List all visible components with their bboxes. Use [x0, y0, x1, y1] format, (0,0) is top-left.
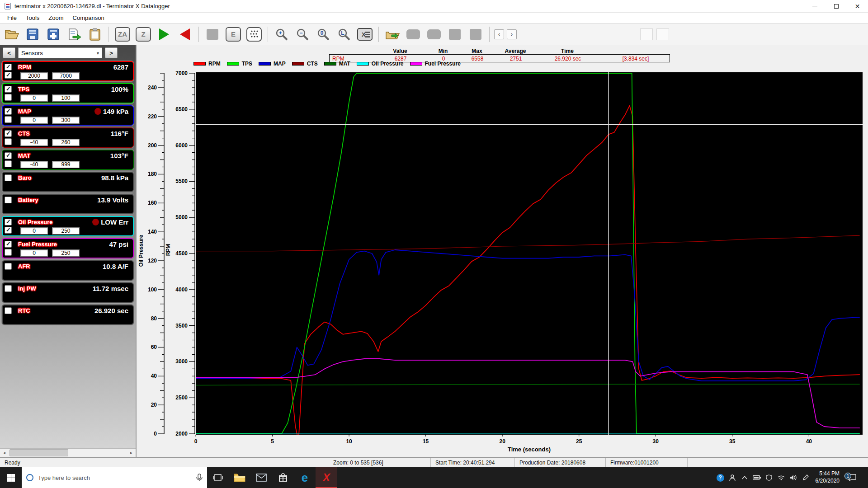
- open-file-button[interactable]: [3, 26, 21, 43]
- channel-visible-checkbox[interactable]: [5, 285, 12, 292]
- channel-max-input[interactable]: 100: [52, 94, 80, 102]
- channel-visible-checkbox[interactable]: [5, 130, 12, 137]
- channel-panel-map[interactable]: MAP149 kPa0300: [2, 105, 134, 126]
- channel-min-input[interactable]: 2000: [20, 72, 48, 80]
- channel-visible-checkbox[interactable]: [5, 241, 12, 248]
- channel-panel-rtc[interactable]: RTC26.920 sec: [2, 305, 134, 325]
- sidebar-scrollbar[interactable]: ◄ ►: [0, 448, 136, 457]
- cortana-icon: [26, 474, 33, 481]
- channel-scale-checkbox[interactable]: [5, 138, 12, 145]
- channel-panel-inj-pw[interactable]: Inj PW11.72 msec: [2, 282, 134, 303]
- channel-visible-checkbox[interactable]: [5, 307, 12, 314]
- spreadsheet-button[interactable]: X: [356, 26, 374, 43]
- notification-center-button[interactable]: 1: [845, 474, 859, 481]
- notes-button[interactable]: [86, 26, 104, 43]
- scroll-left-icon[interactable]: ◄: [0, 449, 9, 457]
- sidebar-next-button[interactable]: >: [105, 47, 118, 58]
- zoom-z-button[interactable]: Z: [134, 26, 152, 43]
- maximize-button[interactable]: [826, 0, 847, 13]
- taskbar-clock[interactable]: 5:44 PM 6/20/2020: [814, 470, 841, 484]
- channel-visible-checkbox[interactable]: [5, 219, 12, 225]
- channel-scale-checkbox[interactable]: [5, 72, 12, 79]
- start-button[interactable]: [0, 467, 22, 488]
- mail-button[interactable]: [250, 467, 272, 488]
- menu-zoom[interactable]: Zoom: [44, 13, 68, 23]
- menu-tools[interactable]: Tools: [21, 13, 44, 23]
- channel-visible-checkbox[interactable]: [5, 108, 12, 115]
- channel-panel-tps[interactable]: TPS100%0100: [2, 83, 134, 103]
- play-button[interactable]: [155, 26, 173, 43]
- battery-icon[interactable]: [753, 474, 761, 482]
- scroll-right-icon[interactable]: ►: [127, 449, 136, 457]
- channel-min-input[interactable]: 0: [20, 227, 48, 235]
- channel-panel-fuel-pressure[interactable]: Fuel Pressure47 psi0250: [2, 238, 134, 258]
- channel-panel-rpm[interactable]: RPM628720007000: [2, 61, 134, 81]
- zoom-reset-button[interactable]: 0: [314, 26, 332, 43]
- close-button[interactable]: ✕: [847, 0, 868, 13]
- sidebar-prev-button[interactable]: <: [3, 47, 15, 58]
- step-forward-button[interactable]: ›: [507, 29, 517, 39]
- channel-max-input[interactable]: 250: [52, 249, 80, 257]
- tray-expand-icon[interactable]: [741, 474, 749, 482]
- people-icon[interactable]: [728, 474, 736, 482]
- datalogger-app-button[interactable]: X: [316, 467, 337, 488]
- channel-min-input[interactable]: 0: [20, 94, 48, 102]
- channel-visible-checkbox[interactable]: [5, 263, 12, 270]
- channel-max-input[interactable]: 7000: [52, 72, 80, 80]
- zoom-all-button[interactable]: ZA: [113, 26, 132, 43]
- security-icon[interactable]: [765, 474, 773, 482]
- channel-max-input[interactable]: 260: [52, 139, 80, 146]
- minimize-button[interactable]: [804, 0, 826, 13]
- channel-max-input[interactable]: 300: [52, 117, 80, 124]
- taskbar-search[interactable]: Type here to search: [22, 467, 207, 488]
- channel-panel-baro[interactable]: Baro98.8 kPa: [2, 172, 134, 192]
- zoom-in-button[interactable]: +: [273, 26, 291, 43]
- network-icon[interactable]: [777, 474, 785, 482]
- points-button[interactable]: [245, 26, 263, 43]
- datalog-plot[interactable]: 0204060801001201401601802002202402000250…: [137, 45, 868, 457]
- import-folder-button[interactable]: [383, 26, 401, 43]
- channel-scale-checkbox[interactable]: [5, 94, 12, 101]
- channel-min-input[interactable]: -40: [20, 139, 48, 146]
- channel-min-input[interactable]: 0: [20, 249, 48, 257]
- channel-max-input[interactable]: 250: [52, 227, 80, 235]
- file-explorer-button[interactable]: [229, 467, 250, 488]
- zoom-out-button[interactable]: −: [293, 26, 311, 43]
- step-back-button[interactable]: ‹: [494, 29, 504, 39]
- channel-panel-cts[interactable]: CTS116°F-40260: [2, 127, 134, 148]
- channel-visible-checkbox[interactable]: [5, 152, 12, 159]
- menu-comparison[interactable]: Comparison: [68, 13, 109, 23]
- channel-scale-checkbox[interactable]: [5, 116, 12, 123]
- channel-scale-checkbox[interactable]: [5, 227, 12, 234]
- channel-panel-mat[interactable]: MAT103°F-40999: [2, 150, 134, 170]
- channel-visible-checkbox[interactable]: [5, 64, 12, 70]
- channel-panel-battery[interactable]: Battery13.9 Volts: [2, 194, 134, 214]
- channel-visible-checkbox[interactable]: [5, 174, 12, 181]
- edge-button[interactable]: e: [294, 467, 316, 488]
- store-button[interactable]: [272, 467, 294, 488]
- channel-max-input[interactable]: 999: [52, 161, 80, 168]
- export-button[interactable]: [65, 26, 83, 43]
- save-add-button[interactable]: [44, 26, 62, 43]
- sensor-group-select[interactable]: Sensors ▾: [18, 47, 102, 58]
- pen-icon[interactable]: [802, 474, 810, 482]
- channel-scale-checkbox[interactable]: [5, 249, 12, 256]
- zoom-last-button[interactable]: L: [335, 26, 353, 43]
- channel-min-input[interactable]: -40: [20, 161, 48, 168]
- menu-file[interactable]: File: [3, 13, 21, 23]
- channel-panel-oil-pressure[interactable]: Oil PressureLOW Err0250: [2, 216, 134, 236]
- help-icon[interactable]: ?: [717, 474, 724, 482]
- scroll-thumb[interactable]: [9, 449, 68, 456]
- channel-min-input[interactable]: 0: [20, 117, 48, 124]
- svg-text:3500: 3500: [175, 323, 188, 329]
- channel-visible-checkbox[interactable]: [5, 197, 12, 203]
- volume-icon[interactable]: [789, 474, 797, 482]
- channel-panel-afr[interactable]: AFR10.8 A/F: [2, 260, 134, 281]
- task-view-button[interactable]: [207, 467, 229, 488]
- channel-scale-checkbox[interactable]: [5, 160, 12, 167]
- rewind-button[interactable]: [176, 26, 194, 43]
- rewind-icon: [180, 28, 190, 40]
- channel-visible-checkbox[interactable]: [5, 86, 12, 93]
- save-button[interactable]: [24, 26, 42, 43]
- events-button[interactable]: E: [224, 26, 242, 43]
